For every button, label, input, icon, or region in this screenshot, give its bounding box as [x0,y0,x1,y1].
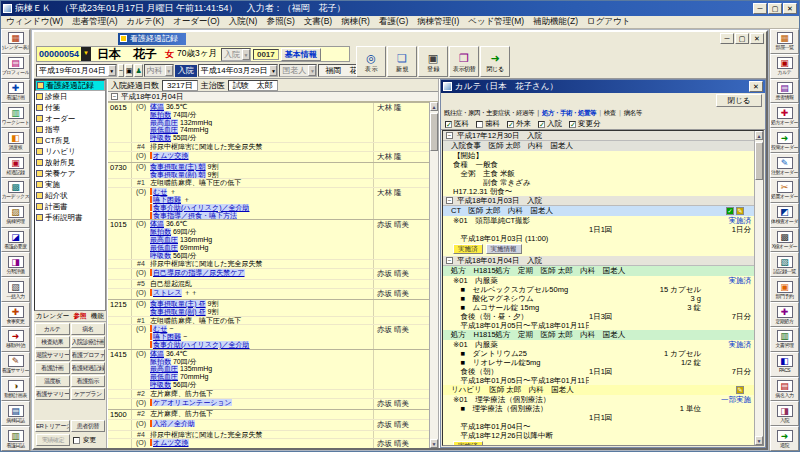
karte-filter[interactable]: 歯科 [476,119,500,129]
karte-button[interactable]: ▣カルテ [770,54,799,79]
inner-close-icon[interactable]: ✕ [750,33,764,44]
karte-tab[interactable]: 既往症・原因・主要症状・経過等 [444,109,534,118]
scroll-down-icon[interactable]: ▼ [755,436,763,445]
lab-order-button[interactable]: ◩検体検査オーダー [770,203,799,228]
menu-item[interactable]: 看護(G) [379,16,408,28]
plan-chart-button[interactable]: ◑動静計画表 [1,377,30,402]
menu-item[interactable]: オーダー(O) [173,16,220,28]
tempboard-button[interactable]: ◧温度板 [1,128,30,153]
treatment-order-button[interactable]: ✂処置オーダー [770,178,799,203]
reference-button[interactable]: 看護計画 [35,362,70,374]
reference-button[interactable]: ケアプラン [71,388,106,400]
care-item-chip[interactable]: むせ [150,188,167,195]
care-item-chip[interactable]: 最低血圧 [150,126,178,133]
care-item-chip[interactable]: 食事指導／摂食・嚥下方法 [150,212,237,219]
toggle-button[interactable]: ❐表示切替 [449,46,479,77]
record-date-select[interactable]: 平成19年01月04日 ▼ [36,64,117,77]
karte-close-button[interactable]: 閉じる [716,94,762,107]
reference-button[interactable]: 看護経過記録 [71,362,106,374]
menu-item[interactable]: 文書(B) [304,16,332,28]
nurse-journal-button[interactable]: ▥看護日誌 [1,426,30,451]
order-action-button[interactable]: 実施情報 [486,244,522,254]
care-item-chip[interactable]: 呼吸数 [150,381,171,388]
menu-item[interactable]: 参照(S) [266,16,294,28]
collapse-icon[interactable]: − [446,132,453,139]
care-item-chip[interactable]: 嚥下困難 [150,196,181,203]
care-item-chip[interactable]: ケアオリエンテーション [150,399,232,406]
reference-button[interactable]: 入院診療計画 [71,336,106,348]
karte-filter[interactable]: ✓変更分 [569,119,601,129]
karte-group-header[interactable]: 処方 H1815処方 定期 医師 太郎 内科 国老人 [443,330,754,340]
menu-item[interactable]: 入院(N) [229,16,258,28]
care-item-chip[interactable]: 体温 [150,103,164,110]
patient-id-field[interactable]: 00000054 [37,47,81,61]
care-item-chip[interactable]: 食事摂取量(主) 朝 [150,163,206,170]
batch-button[interactable]: ▧一括入力 [1,277,30,302]
scroll-down-icon[interactable]: ▼ [430,439,438,448]
scroll-track[interactable] [430,111,438,439]
care-item-chip[interactable]: 食事摂取量(主) 昼 [150,300,206,307]
doc-mgmt-button[interactable]: ▥文書管理 [770,327,799,352]
karte-scrollbar[interactable]: ▲▼ [754,131,763,445]
collapse-icon[interactable]: − [111,93,118,100]
care-item-chip[interactable]: 食事介助(ハイリスク)／全介助 [150,204,249,211]
insurance-select[interactable]: 国老人 ▼ [279,64,317,77]
menu-item[interactable]: 患者管理(A) [72,16,117,28]
minus-button[interactable]: − [118,64,124,77]
acuity-button[interactable]: ◪看護必要度 [1,228,30,253]
tree-item[interactable]: 付箋 [35,102,105,113]
patient-switch-button[interactable]: 患者切替 [71,420,106,432]
admission-date-select[interactable]: 平成14年03月29日 ▼ [198,64,279,77]
care-item-chip[interactable]: オムツ交換 [150,152,189,159]
reference-tab[interactable]: 参照 [74,312,87,321]
admission-button[interactable]: ◨入院 [770,401,799,426]
menu-item[interactable]: ウィンドウ(W) [6,16,63,28]
scroll-track[interactable] [755,140,763,436]
record-button[interactable]: ▣経過記録 [1,153,30,178]
menu-item[interactable]: ベッド管理(M) [468,16,524,28]
careplan-button[interactable]: ✚看護計画 [1,79,30,104]
care-item-chip[interactable]: 嚥下困難 [150,333,181,340]
kardex-button[interactable]: ▩カーデックス [1,178,30,203]
reference-button[interactable]: 看護プロファイル [71,349,106,361]
inner-maximize-icon[interactable]: ▢ [735,33,749,44]
menu-item[interactable]: カルテ(K) [127,16,164,28]
xray-order-button[interactable]: ▩X線オーダー [770,228,799,253]
checkbox-icon[interactable]: ✓ [507,121,514,128]
karte-tab[interactable]: 病名等 [616,109,642,118]
admission-status-select[interactable]: 入院 ▼ [221,48,251,61]
collapse-icon[interactable]: − [446,257,453,264]
order-action-button[interactable]: 実施済 [453,244,483,254]
exit-button[interactable]: ➜閉じる [480,46,510,77]
care-item-chip[interactable]: 最高血圧 [150,236,178,243]
care-item-chip[interactable]: 脈拍数 [150,111,171,118]
pacs-button[interactable]: ◧PACS [770,352,799,377]
karte-filter[interactable]: ✓外来 [507,119,531,129]
care-item-chip[interactable]: オムツ交換 [150,439,189,446]
ward-button[interactable]: ▨病棟管理 [1,203,30,228]
ward-journal-button[interactable]: ▤病棟日誌 [1,401,30,426]
care-item-chip[interactable]: 食事介助(ハイリスク)／全介助 [150,341,249,348]
scroll-thumb[interactable] [755,142,763,180]
checkbox-icon[interactable]: ✓ [569,121,576,128]
calendar-button[interactable]: ▦カレンダー表示 [1,29,30,54]
basic-info-button[interactable]: 基本情報 [281,48,321,61]
checkbox-icon[interactable] [476,121,483,128]
tree-item[interactable]: 指導 [35,124,105,135]
care-item-chip[interactable]: 最高血圧 [150,119,178,126]
care-item-chip[interactable]: 脈拍数 [150,228,171,235]
save-button[interactable]: ▣登 録 [418,46,448,77]
tree-item[interactable]: オーダー [35,113,105,124]
care-item-chip[interactable]: 体温 [150,220,164,227]
move-button[interactable]: ➜移動/外泊 [1,327,30,352]
profile-button[interactable]: ▤プロフィール [1,54,30,79]
scroll-thumb[interactable] [430,113,438,151]
care-item-chip[interactable]: 呼吸数 [150,134,171,141]
inner-minimize-icon[interactable]: ─ [720,33,734,44]
minimize-icon[interactable]: ─ [753,3,767,14]
karte-group-header[interactable]: リハビリ 医師 太郎 内科 国老人✎ [443,385,754,395]
karte-group-header[interactable]: 処方 H1815処方 定期 医師 太郎 内科 国老人 [443,266,754,276]
tree-item[interactable]: 診療日 [35,91,105,102]
tree-item[interactable]: 実施 [35,179,105,190]
worksheet-button[interactable]: ▥ワークシート [1,103,30,128]
